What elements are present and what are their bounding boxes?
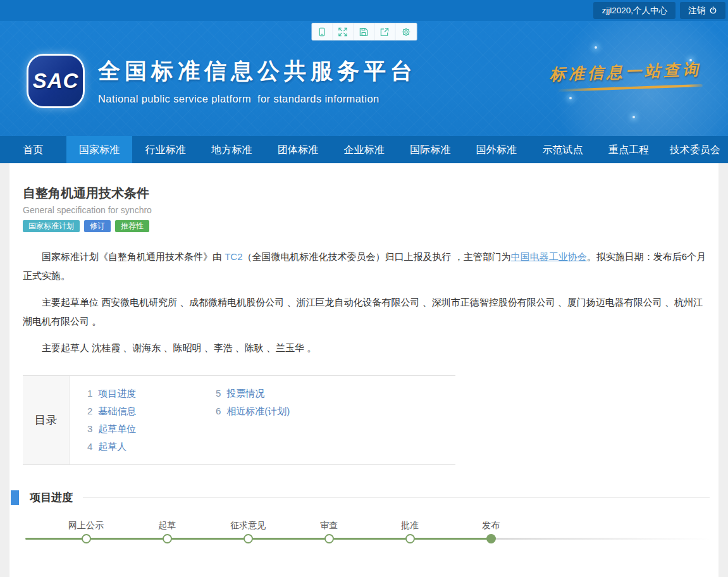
nav-item-home[interactable]: 首页 <box>0 136 66 163</box>
power-icon <box>709 6 717 15</box>
step-label: 发布 <box>482 519 500 531</box>
nav-item-local-standards[interactable]: 地方标准 <box>199 136 265 163</box>
toc-link-label: 基础信息 <box>98 406 136 416</box>
toc-link-progress[interactable]: 1项目进度 <box>87 388 136 399</box>
header-toolbar <box>311 23 417 40</box>
nav-item-group-standards[interactable]: 团体标准 <box>265 136 331 163</box>
badge-recommended: 推荐性 <box>115 220 149 232</box>
spark-decoration <box>595 46 597 49</box>
toc: 目录 1项目进度 2基础信息 3起草单位 4起草人 5投票情况 6相近标准(计划… <box>23 375 455 465</box>
toc-num: 6 <box>216 406 221 416</box>
section-marker <box>11 490 19 505</box>
toc-link-drafters[interactable]: 4起草人 <box>87 441 126 452</box>
timeline-line-remaining <box>492 538 710 540</box>
toc-item-drafting-units: 3起草单位 <box>87 420 216 438</box>
ministry-link[interactable]: 中国电器工业协会 <box>511 251 587 262</box>
toc-link-drafting-units[interactable]: 3起草单位 <box>87 423 136 434</box>
toc-num: 5 <box>216 388 221 399</box>
step-dot <box>405 534 415 543</box>
intro-text-pre: 国家标准计划《自整角机通用技术条件》由 <box>42 251 225 262</box>
timeline-step-comments: 征求意见 <box>230 519 266 543</box>
banner: SAC 全国标准信息公共服务平台 National public service… <box>0 21 728 136</box>
spark-decoration <box>569 97 572 99</box>
nav-item-enterprise-standards[interactable]: 企业标准 <box>331 136 397 163</box>
toc-link-voting[interactable]: 5投票情况 <box>216 388 264 399</box>
progress-timeline: 网上公示 起草 征求意见 审查 批准 发布 <box>23 519 710 549</box>
toc-item-basic-info: 2基础信息 <box>87 402 216 420</box>
drafters-paragraph: 主要起草人 沈桂霞 、谢海东 、陈昭明 、李浩 、陈耿 、兰玉华 。 <box>23 338 710 357</box>
nav-item-technical-committees[interactable]: 技术委员会 <box>662 136 728 163</box>
timeline-step-approval: 批准 <box>401 519 419 543</box>
user-menu-label: zjjl2020,个人中心 <box>602 2 667 19</box>
section-title-progress: 项目进度 <box>30 490 73 505</box>
nav-item-key-projects[interactable]: 重点工程 <box>596 136 662 163</box>
toc-column-1: 1项目进度 2基础信息 3起草单位 4起草人 <box>87 385 216 456</box>
toc-link-label: 项目进度 <box>98 388 136 399</box>
step-label: 批准 <box>401 519 419 531</box>
toc-columns: 1项目进度 2基础信息 3起草单位 4起草人 5投票情况 6相近标准(计划) <box>70 376 455 464</box>
toc-link-label: 相近标准(计划) <box>226 406 290 416</box>
nav-item-national-standards[interactable]: 国家标准 <box>66 136 133 163</box>
step-dot <box>163 534 172 543</box>
content-card: 自整角机通用技术条件 General specification for syn… <box>9 163 719 577</box>
badge-revision: 修订 <box>84 220 111 232</box>
intro-paragraphs: 国家标准计划《自整角机通用技术条件》由 TC2（全国微电机标准化技术委员会）归口… <box>23 247 710 357</box>
nav-item-international-standards[interactable]: 国际标准 <box>397 136 464 163</box>
toc-item-progress: 1项目进度 <box>87 385 216 402</box>
timeline-step-review: 审查 <box>320 519 338 543</box>
step-label: 网上公示 <box>68 519 104 531</box>
page-subtitle-en: General specification for synchro <box>23 205 710 215</box>
save-icon[interactable] <box>354 23 374 40</box>
timeline-step-drafting: 起草 <box>158 519 176 543</box>
logout-label: 注销 <box>688 2 705 19</box>
settings-icon[interactable] <box>395 23 416 40</box>
spark-decoration <box>632 116 635 118</box>
toc-label: 目录 <box>23 376 70 464</box>
toc-num: 1 <box>87 388 92 399</box>
intro-text-mid: （全国微电机标准化技术委员会）归口上报及执行 ，主管部门为 <box>243 251 511 262</box>
site-subtitle: National public service platform for sta… <box>98 93 417 105</box>
mobile-icon[interactable] <box>312 23 333 40</box>
topbar: zjjl2020,个人中心 注销 <box>0 0 728 21</box>
toc-link-label: 起草单位 <box>98 423 136 434</box>
step-dot <box>82 534 91 543</box>
page-title: 自整角机通用技术条件 <box>23 185 710 202</box>
toc-item-similar-standards: 6相近标准(计划) <box>216 402 290 420</box>
toc-link-basic-info[interactable]: 2基础信息 <box>87 406 136 416</box>
toc-num: 4 <box>87 441 92 452</box>
step-label: 起草 <box>158 519 176 531</box>
fullscreen-icon[interactable] <box>333 23 354 40</box>
section-header-progress: 项目进度 <box>23 490 710 505</box>
toc-link-similar-standards[interactable]: 6相近标准(计划) <box>216 406 290 416</box>
user-menu-button[interactable]: zjjl2020,个人中心 <box>593 2 676 19</box>
timeline-step-publication: 发布 <box>482 519 500 543</box>
badge-plan-type: 国家标准计划 <box>23 220 80 232</box>
sac-logo: SAC <box>28 56 83 106</box>
main-nav: 首页 国家标准 行业标准 地方标准 团体标准 企业标准 国际标准 国外标准 示范… <box>0 136 728 163</box>
drafting-units-paragraph: 主要起草单位 西安微电机研究所 、成都微精电机股份公司 、浙江巨龙自动化设备有限… <box>23 293 710 331</box>
tc2-link[interactable]: TC2 <box>225 251 242 262</box>
toc-item-drafters: 4起草人 <box>87 438 216 456</box>
nav-item-industry-standards[interactable]: 行业标准 <box>132 136 199 163</box>
step-label: 审查 <box>320 519 338 531</box>
step-dot <box>486 534 496 543</box>
toc-link-label: 起草人 <box>98 441 126 452</box>
share-icon[interactable] <box>374 23 395 40</box>
toc-column-2: 5投票情况 6相近标准(计划) <box>216 385 290 456</box>
intro-paragraph: 国家标准计划《自整角机通用技术条件》由 TC2（全国微电机标准化技术委员会）归口… <box>23 247 710 285</box>
toc-num: 3 <box>87 423 92 434</box>
toc-item-voting: 5投票情况 <box>216 385 290 402</box>
step-label: 征求意见 <box>230 519 266 531</box>
nav-item-foreign-standards[interactable]: 国外标准 <box>463 136 529 163</box>
logout-button[interactable]: 注销 <box>680 2 725 19</box>
brand-text: 全国标准信息公共服务平台 National public service pla… <box>98 56 417 105</box>
step-dot <box>244 534 253 543</box>
toc-num: 2 <box>87 406 92 416</box>
section-rule <box>83 497 710 498</box>
toc-link-label: 投票情况 <box>226 388 264 399</box>
step-dot <box>324 534 334 543</box>
nav-item-pilot-demos[interactable]: 示范试点 <box>529 136 596 163</box>
sac-logo-text: SAC <box>33 69 79 93</box>
site-title: 全国标准信息公共服务平台 <box>98 56 417 86</box>
badge-row: 国家标准计划 修订 推荐性 <box>23 220 710 232</box>
